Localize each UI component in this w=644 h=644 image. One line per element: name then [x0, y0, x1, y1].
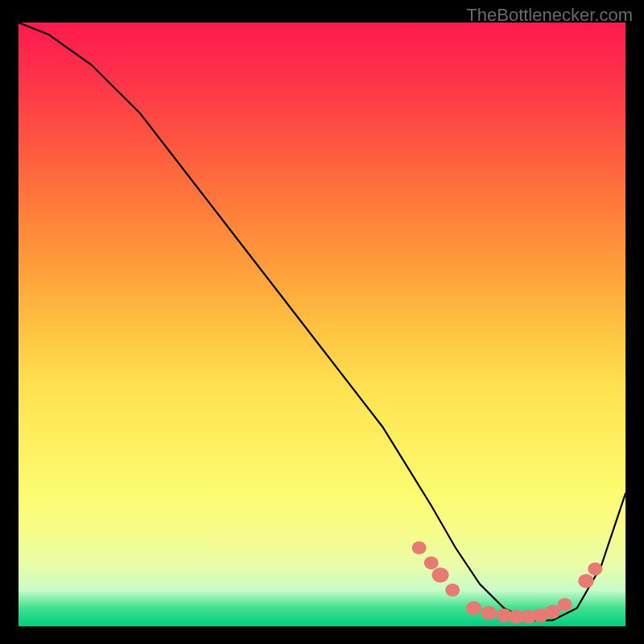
chart-marker	[578, 574, 594, 588]
chart-marker	[445, 584, 460, 597]
chart-markers	[412, 541, 603, 623]
chart-marker	[588, 563, 602, 576]
chart-marker	[466, 601, 482, 616]
chart-curve	[19, 23, 625, 621]
chart-marker	[431, 568, 448, 583]
watermark-text: TheBottlenecker.com	[466, 5, 633, 26]
chart-marker	[558, 598, 572, 611]
chart-plot-area	[19, 23, 625, 626]
chart-marker	[481, 606, 497, 621]
chart-marker	[412, 541, 427, 554]
chart-marker	[424, 556, 439, 569]
chart-svg	[19, 23, 625, 626]
